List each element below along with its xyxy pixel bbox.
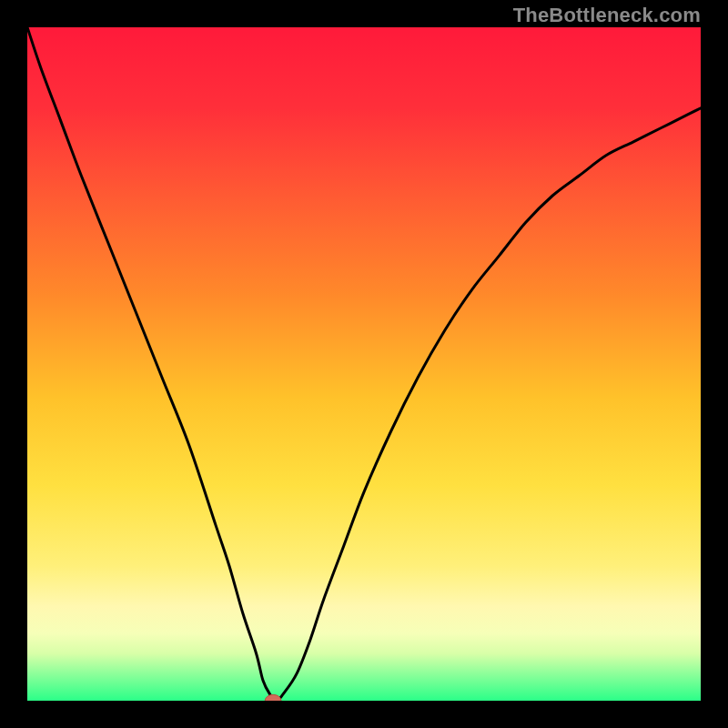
- watermark-text: TheBottleneck.com: [513, 4, 701, 27]
- chart-frame: TheBottleneck.com: [0, 0, 728, 728]
- bottleneck-chart: [27, 27, 701, 701]
- gradient-background: [27, 27, 701, 701]
- plot-area: [27, 27, 701, 701]
